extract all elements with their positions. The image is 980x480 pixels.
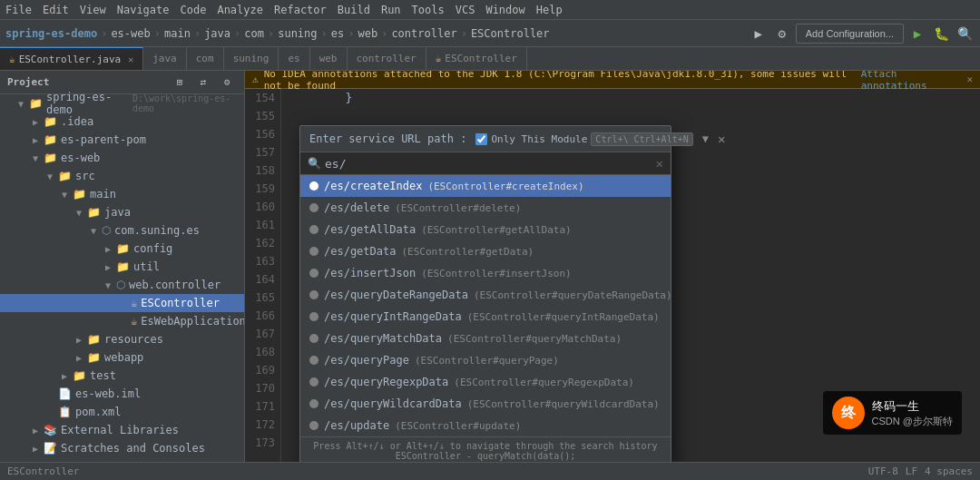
sidebar-icon-layout[interactable]: ⊞ — [170, 73, 190, 93]
tab-close-escontroller[interactable]: ✕ — [128, 54, 133, 64]
tab-es[interactable]: es — [279, 47, 309, 71]
sidebar-icon-settings[interactable]: ⚙ — [217, 73, 237, 93]
run-config-button[interactable]: Add Configuration... — [796, 24, 904, 44]
debug-icon[interactable]: ⚙ — [772, 24, 792, 44]
tab-suning[interactable]: suning — [224, 47, 279, 71]
sidebar-label-main: main — [90, 188, 116, 201]
tab-java[interactable]: java — [143, 47, 187, 71]
sidebar-item-main[interactable]: ▼ 📁 main — [0, 185, 244, 203]
controller-dot-get-all-data — [309, 225, 318, 234]
sidebar-item-iml[interactable]: 📄 es-web.iml — [0, 385, 244, 403]
sidebar-item-esweb-app[interactable]: ☕ EsWebApplication — [0, 312, 244, 330]
menu-code[interactable]: Code — [181, 4, 207, 16]
sidebar-icon-sync[interactable]: ⇄ — [193, 73, 213, 93]
menu-window[interactable]: Window — [485, 4, 524, 16]
controller-dot-query-date-range — [309, 290, 318, 299]
popup-item-get-all-data[interactable]: /es/getAllData (ESController#getAllData) — [300, 219, 671, 240]
popup-item-query-regexp[interactable]: /es/queryRegexpData (ESController#queryR… — [300, 371, 671, 393]
breadcrumb-com[interactable]: com — [244, 27, 264, 40]
popup-item-insert-json[interactable]: /es/insertJson (ESController#insertJson) — [300, 262, 671, 284]
breadcrumb-java[interactable]: java — [204, 27, 230, 40]
menu-view[interactable]: View — [80, 4, 106, 16]
status-encoding[interactable]: UTF-8 — [868, 465, 898, 477]
popup-close-icon[interactable]: ✕ — [718, 132, 725, 146]
sidebar-label-com-suning: com.suning.es — [114, 224, 200, 237]
sidebar-label-external: External Libraries — [61, 424, 179, 436]
sidebar-item-pom[interactable]: 📋 pom.xml — [0, 403, 244, 421]
menu-file[interactable]: File — [5, 4, 32, 16]
tab-com[interactable]: com — [187, 47, 224, 71]
menu-build[interactable]: Build — [338, 4, 370, 16]
menu-navigate[interactable]: Navigate — [117, 4, 170, 16]
sidebar-item-webapp[interactable]: ▶ 📁 webapp — [0, 348, 244, 367]
popup-item-query-match[interactable]: /es/queryMatchData (ESController#queryMa… — [300, 328, 671, 349]
sidebar-root-path: D:\work\spring-es-demo — [132, 93, 240, 113]
sidebar-item-com-suning[interactable]: ▼ ⬡ com.suning.es — [0, 221, 244, 240]
popup-filter-icon[interactable]: ▼ — [702, 132, 709, 145]
sidebar-item-resources[interactable]: ▶ 📁 resources — [0, 330, 244, 348]
only-this-module-checkbox[interactable] — [475, 133, 487, 145]
popup-item-query-int-range[interactable]: /es/queryIntRangeData (ESController#quer… — [300, 306, 671, 328]
status-indent[interactable]: 4 spaces — [925, 465, 973, 477]
menu-edit[interactable]: Edit — [43, 4, 69, 16]
run-icon[interactable]: ▶ — [907, 24, 927, 44]
tab-web[interactable]: web — [310, 47, 348, 71]
iml-icon: 📄 — [58, 387, 72, 400]
build-icon[interactable]: ▶ — [749, 24, 769, 44]
method-info-query-regexp: (ESController#queryRegexpData) — [454, 377, 634, 388]
breadcrumb-escontroller[interactable]: ESController — [471, 27, 550, 40]
popup-item-query-page[interactable]: /es/queryPage (ESController#queryPage) — [300, 349, 671, 371]
sidebar-item-util[interactable]: ▶ 📁 util — [0, 258, 244, 276]
popup-item-create-index[interactable]: /es/createIndex (ESController#createInde… — [300, 175, 671, 197]
status-line-sep[interactable]: LF — [906, 465, 917, 477]
debug2-icon[interactable]: 🐛 — [931, 24, 951, 44]
menu-help[interactable]: Help — [536, 4, 563, 16]
parent-pom-icon: 📁 — [44, 133, 57, 146]
popup-item-update[interactable]: /es/update (ESController#update) — [300, 415, 671, 436]
popup-item-get-data[interactable]: /es/getData (ESController#getData) — [300, 240, 671, 262]
sidebar-label-src: src — [75, 170, 95, 182]
breadcrumb-es[interactable]: es — [331, 27, 344, 40]
menu-tools[interactable]: Tools — [412, 4, 445, 16]
sidebar-item-parent-pom[interactable]: ▶ 📁 es-parent-pom — [0, 131, 244, 149]
tab-controller[interactable]: controller — [348, 47, 426, 71]
menu-run[interactable]: Run — [381, 4, 401, 16]
popup-item-delete[interactable]: /es/delete (ESController#delete) — [300, 197, 671, 219]
sidebar-item-test[interactable]: ▶ 📁 test — [0, 367, 244, 385]
controller-dot-query-regexp — [309, 377, 318, 387]
popup-item-query-date-range[interactable]: /es/queryDateRangeData (ESController#que… — [300, 284, 671, 306]
annotation-close-icon[interactable]: ✕ — [966, 73, 973, 85]
sidebar-item-escontroller[interactable]: ☕ ESController — [0, 294, 244, 312]
breadcrumb-controller[interactable]: controller — [391, 27, 456, 40]
sidebar-label-idea: .idea — [61, 115, 93, 128]
tab-escontroller-java[interactable]: ☕ ESController.java ✕ — [0, 47, 143, 71]
breadcrumb-project[interactable]: spring-es-demo — [5, 27, 97, 40]
menu-refactor[interactable]: Refactor — [274, 4, 327, 16]
breadcrumb-es-web[interactable]: es-web — [111, 27, 150, 40]
breadcrumb-main[interactable]: main — [164, 27, 191, 40]
popup-search-input[interactable] — [325, 157, 652, 171]
sidebar-item-scratches[interactable]: ▶ 📝 Scratches and Consoles — [0, 439, 244, 457]
tab-label-escontroller: ESController.java — [19, 54, 122, 65]
menu-vcs[interactable]: VCS — [456, 4, 475, 16]
popup-clear-icon[interactable]: ✕ — [656, 156, 663, 171]
breadcrumb-web[interactable]: web — [358, 27, 377, 40]
test-icon: 📁 — [73, 369, 86, 382]
sidebar-item-es-web[interactable]: ▼ 📁 es-web — [0, 149, 244, 167]
menu-analyze[interactable]: Analyze — [217, 4, 263, 16]
tab-escontroller[interactable]: ☕ ESController — [426, 47, 527, 71]
popup-item-query-wildcard[interactable]: /es/queryWildcardData (ESController#quer… — [300, 393, 671, 415]
sidebar-item-src[interactable]: ▼ 📁 src — [0, 167, 244, 185]
sidebar-item-java[interactable]: ▼ 📁 java — [0, 203, 244, 221]
method-info-query-wildcard: (ESController#queryWildcardData) — [467, 398, 660, 410]
search-icon[interactable]: 🔍 — [955, 24, 975, 44]
sidebar-item-root[interactable]: ▼ 📁 spring-es-demo D:\work\spring-es-dem… — [0, 94, 244, 113]
esweb-app-icon: ☕ — [131, 315, 137, 328]
sidebar-label-test: test — [90, 369, 116, 382]
tab-label-controller: controller — [357, 53, 416, 64]
breadcrumb-suning[interactable]: suning — [278, 27, 317, 40]
sidebar-item-external[interactable]: ▶ 📚 External Libraries — [0, 421, 244, 439]
sidebar-label-java: java — [104, 206, 131, 219]
sidebar-item-web-controller[interactable]: ▼ ⬡ web.controller — [0, 276, 244, 294]
sidebar-item-config[interactable]: ▶ 📁 config — [0, 240, 244, 258]
